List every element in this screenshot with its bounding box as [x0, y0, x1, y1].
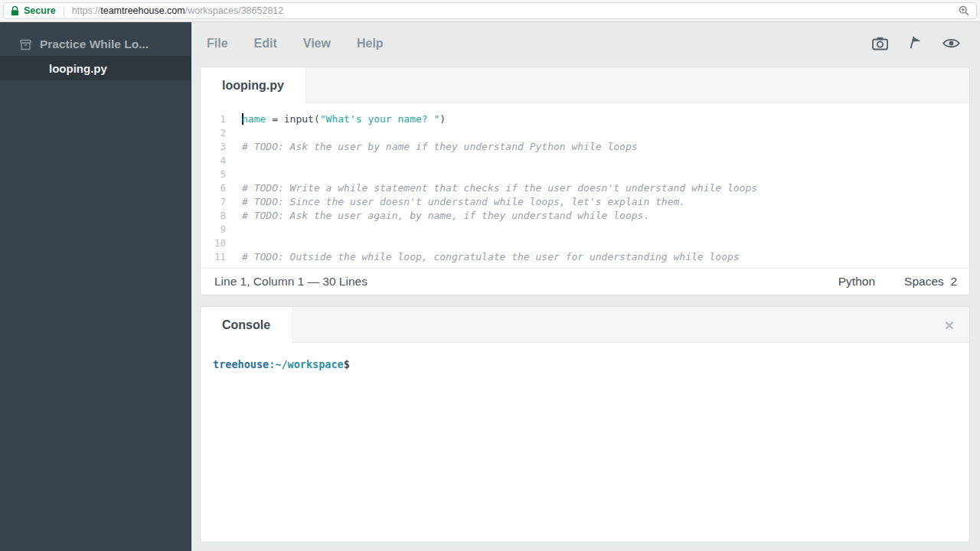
- secure-badge[interactable]: Secure: [24, 5, 56, 16]
- url-text: https://teamtreehouse.com/workspaces/386…: [72, 5, 284, 16]
- browser-chrome: Secure https://teamtreehouse.com/workspa…: [0, 0, 980, 22]
- code-line: 7# TODO: Since the user doesn't understa…: [201, 194, 969, 208]
- project-name: Practice While Lo...: [40, 37, 149, 51]
- terminal[interactable]: treehouse:~/workspace$: [201, 343, 969, 542]
- line-number: 8: [201, 210, 226, 221]
- menu-view[interactable]: View: [303, 37, 331, 51]
- code-line: 6# TODO: Write a while statement that ch…: [201, 181, 969, 194]
- status-right: Python Spaces 2: [838, 275, 957, 289]
- line-number: 1: [201, 113, 226, 125]
- main-area: File Edit View Help: [191, 22, 980, 551]
- code-line: 2: [201, 126, 969, 139]
- code-line-content: # TODO: Ask the user by name if they und…: [242, 141, 638, 152]
- code-line-content: # TODO: Since the user doesn't understan…: [242, 196, 685, 207]
- line-number: 11: [201, 251, 226, 262]
- url-bar[interactable]: Secure https://teamtreehouse.com/workspa…: [3, 2, 977, 19]
- url-scheme: https://: [72, 5, 101, 16]
- line-number: 10: [201, 237, 226, 249]
- console-panel: Console × treehouse:~/workspace$: [201, 307, 969, 542]
- tab-looping-py[interactable]: looping.py: [201, 67, 306, 103]
- line-number: 3: [201, 141, 226, 152]
- url-divider: [64, 6, 64, 16]
- line-number: 9: [201, 223, 226, 235]
- code-line: 5: [201, 167, 969, 181]
- code-line-content: # TODO: Outside the while loop, congratu…: [242, 251, 740, 262]
- sidebar-item-looping-py[interactable]: looping.py: [0, 56, 191, 80]
- console-close-icon[interactable]: ×: [945, 317, 954, 333]
- terminal-prompt: treehouse:~/workspace$: [213, 358, 350, 370]
- line-number: 7: [201, 196, 226, 207]
- code-line: 9: [201, 222, 969, 236]
- menubar: File Edit View Help: [191, 22, 980, 64]
- project-root-item[interactable]: Practice While Lo...: [0, 33, 191, 56]
- editor-status-bar: Line 1, Column 1 — 30 Lines Python Space…: [201, 268, 969, 295]
- url-path: /workspaces/38652812: [185, 5, 284, 16]
- indentation-label: Spaces 2: [904, 275, 957, 289]
- code-line: 8# TODO: Ask the user again, by name, if…: [201, 208, 969, 222]
- code-line: 3# TODO: Ask the user by name if they un…: [201, 139, 969, 153]
- line-number: 5: [201, 168, 226, 180]
- line-number: 4: [201, 155, 226, 166]
- code-line: 11# TODO: Outside the while loop, congra…: [201, 249, 969, 263]
- editor-tabstrip: looping.py: [201, 67, 969, 103]
- url-host: teamtreehouse.com: [100, 5, 185, 16]
- menu-file[interactable]: File: [207, 37, 228, 51]
- console-tabstrip: Console ×: [201, 307, 969, 343]
- code-line: 1name = input("What's your name? "): [201, 112, 969, 126]
- tab-console[interactable]: Console: [201, 307, 292, 343]
- cursor-position-label: Line 1, Column 1 — 30 Lines: [214, 275, 368, 289]
- code-line-content: name = input("What's your name? "): [242, 113, 446, 125]
- menu-help[interactable]: Help: [357, 37, 384, 51]
- file-tree-sidebar: Practice While Lo... looping.py: [0, 22, 191, 551]
- eye-icon[interactable]: [942, 37, 960, 49]
- flag-icon[interactable]: [909, 36, 922, 51]
- code-line-content: # TODO: Ask the user again, by name, if …: [242, 210, 649, 221]
- code-line: 10: [201, 236, 969, 249]
- code-line-content: # TODO: Write a while statement that che…: [242, 182, 757, 194]
- project-box-icon: [20, 39, 31, 51]
- line-number: 2: [201, 127, 226, 139]
- menubar-icons: [872, 36, 960, 51]
- menu-edit[interactable]: Edit: [254, 37, 277, 51]
- camera-icon[interactable]: [872, 37, 888, 51]
- language-label: Python: [838, 275, 875, 289]
- editor-panel: looping.py 1name = input("What's your na…: [201, 67, 969, 295]
- line-number: 6: [201, 182, 226, 194]
- file-name: looping.py: [49, 62, 107, 75]
- workspace-app: Practice While Lo... looping.py File Edi…: [0, 22, 980, 551]
- zoom-icon[interactable]: [959, 5, 969, 16]
- code-editor[interactable]: 1name = input("What's your name? ")23# T…: [201, 103, 969, 268]
- lock-icon[interactable]: [11, 6, 19, 16]
- code-line: 4: [201, 153, 969, 167]
